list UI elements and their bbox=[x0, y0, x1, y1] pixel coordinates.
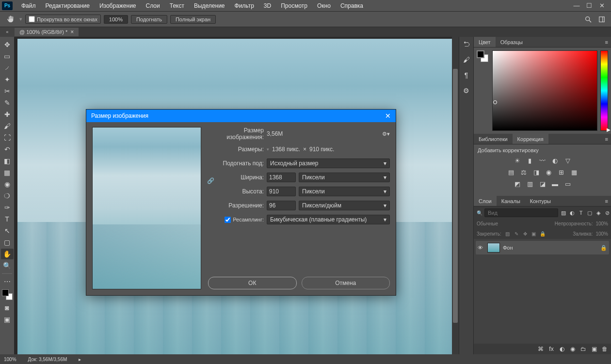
height-unit-select[interactable]: Пиксели▾ bbox=[299, 187, 390, 196]
stamp-tool-icon[interactable]: ⛶ bbox=[1, 132, 14, 143]
selective-color-icon[interactable]: ▭ bbox=[563, 179, 572, 188]
corrections-panel-menu-icon[interactable]: ≡ bbox=[602, 136, 611, 142]
link-layers-icon[interactable]: ⌘ bbox=[537, 346, 544, 352]
layer-fx-icon[interactable]: fx bbox=[548, 346, 555, 352]
lock-pixels-icon[interactable]: ✎ bbox=[513, 230, 520, 237]
tab-channels[interactable]: Каналы bbox=[497, 196, 525, 206]
blur-tool-icon[interactable]: ◉ bbox=[1, 179, 14, 190]
resample-method-select[interactable]: Бикубическая (плавные градиенты)▾ bbox=[267, 215, 390, 224]
bw-icon[interactable]: ◨ bbox=[532, 168, 541, 176]
height-input[interactable] bbox=[267, 187, 296, 196]
magic-wand-tool-icon[interactable]: ✦ bbox=[1, 74, 14, 85]
lookup-icon[interactable]: ▦ bbox=[570, 168, 579, 176]
filter-shape-icon[interactable]: ▢ bbox=[586, 209, 593, 216]
filter-pixel-icon[interactable]: ▨ bbox=[560, 209, 567, 216]
window-close-icon[interactable]: ✕ bbox=[598, 2, 605, 9]
menu-help[interactable]: Справка bbox=[336, 2, 368, 9]
resample-checkbox[interactable]: Ресамплинг: bbox=[208, 217, 264, 223]
threshold-icon[interactable]: ◪ bbox=[538, 179, 547, 188]
dimensions-dropdown-icon[interactable]: ▾ bbox=[267, 147, 269, 152]
history-panel-icon[interactable]: ⮌ bbox=[461, 39, 472, 49]
paragraph-panel-icon[interactable]: ¶ bbox=[461, 70, 472, 80]
eyedropper-tool-icon[interactable]: ✎ bbox=[1, 97, 14, 108]
fullscreen-button[interactable]: Полный экран bbox=[170, 15, 216, 24]
history-brush-tool-icon[interactable]: ↶ bbox=[1, 144, 14, 155]
tab-layers[interactable]: Слои bbox=[474, 196, 497, 206]
lock-position-icon[interactable]: ✥ bbox=[522, 230, 529, 237]
menu-view[interactable]: Просмотр bbox=[276, 2, 312, 9]
menu-layers[interactable]: Слои bbox=[141, 2, 165, 9]
fit-button[interactable]: Подогнать bbox=[131, 15, 167, 24]
document-tab[interactable]: @ 100% (RGB/8#) * × bbox=[15, 28, 79, 36]
dialog-gear-icon[interactable]: ⚙▾ bbox=[382, 131, 390, 137]
status-doc-size[interactable]: Док: 3,56M/3,56M bbox=[28, 357, 67, 362]
eraser-tool-icon[interactable]: ◧ bbox=[1, 156, 14, 166]
search-icon[interactable] bbox=[584, 15, 593, 24]
menu-select[interactable]: Выделение bbox=[189, 2, 230, 9]
group-layers-icon[interactable]: 🗀 bbox=[580, 346, 587, 352]
layer-mask-icon[interactable]: ◐ bbox=[559, 346, 565, 352]
properties-panel-icon[interactable]: ⚙ bbox=[461, 85, 472, 96]
tab-corrections[interactable]: Коррекция bbox=[513, 134, 548, 144]
tab-libraries[interactable]: Библиотеки bbox=[474, 134, 513, 144]
adjustment-layer-icon[interactable]: ◉ bbox=[569, 346, 576, 352]
zoom-tool-icon[interactable]: 🔍 bbox=[1, 260, 14, 271]
scroll-all-checkbox[interactable]: Прокрутка во всех окнах bbox=[25, 15, 101, 24]
edit-toolbar-icon[interactable]: ⋯ bbox=[1, 276, 14, 287]
window-minimize-icon[interactable]: — bbox=[573, 2, 580, 9]
photo-filter-icon[interactable]: ◉ bbox=[545, 168, 553, 176]
hue-icon[interactable]: ▤ bbox=[507, 168, 515, 176]
exposure-icon[interactable]: ◐ bbox=[551, 156, 560, 165]
curves-icon[interactable]: 〰 bbox=[538, 156, 547, 165]
hand-tool-icon[interactable] bbox=[5, 14, 16, 25]
status-zoom[interactable]: 100% bbox=[4, 357, 16, 362]
tab-color[interactable]: Цвет bbox=[474, 37, 496, 47]
workspace-icon[interactable] bbox=[597, 15, 606, 24]
ok-button[interactable]: ОК bbox=[208, 277, 297, 289]
levels-icon[interactable]: ▮ bbox=[526, 156, 534, 165]
marquee-tool-icon[interactable]: ▭ bbox=[1, 51, 14, 62]
pen-tool-icon[interactable]: ✑ bbox=[1, 202, 14, 213]
menu-edit[interactable]: Редактирование bbox=[41, 2, 95, 9]
invert-icon[interactable]: ◩ bbox=[513, 179, 522, 188]
dialog-close-icon[interactable]: ✕ bbox=[385, 112, 391, 120]
posterize-icon[interactable]: ▥ bbox=[526, 179, 534, 188]
dialog-preview[interactable] bbox=[92, 127, 201, 289]
brightness-icon[interactable]: ☀ bbox=[513, 156, 522, 165]
menu-image[interactable]: Изображение bbox=[95, 2, 141, 9]
move-tool-icon[interactable]: ✥ bbox=[1, 39, 14, 50]
color-balance-icon[interactable]: ⚖ bbox=[519, 168, 528, 176]
cancel-button[interactable]: Отмена bbox=[302, 277, 390, 289]
healing-tool-icon[interactable]: ✚ bbox=[1, 109, 14, 120]
layer-visibility-icon[interactable]: 👁 bbox=[478, 245, 484, 251]
layer-filter-input[interactable] bbox=[484, 208, 558, 217]
color-picker-field[interactable] bbox=[492, 50, 597, 131]
blend-mode-select[interactable]: Обычные bbox=[477, 221, 498, 226]
quickmask-tool-icon[interactable]: ◙ bbox=[1, 302, 14, 313]
lock-artboard-icon[interactable]: ▣ bbox=[531, 230, 537, 237]
lasso-tool-icon[interactable]: ⟋ bbox=[1, 63, 14, 73]
delete-layer-icon[interactable]: 🗑 bbox=[601, 346, 608, 352]
status-arrow-icon[interactable]: ▸ bbox=[79, 357, 81, 362]
layers-panel-menu-icon[interactable]: ≡ bbox=[602, 198, 611, 204]
tab-bar-handle[interactable]: « bbox=[0, 27, 15, 37]
dialog-titlebar[interactable]: Размер изображения ✕ bbox=[86, 110, 396, 122]
filter-toggle-icon[interactable]: ⊘ bbox=[604, 209, 611, 216]
lock-transparent-icon[interactable]: ▨ bbox=[504, 230, 511, 237]
menu-filter[interactable]: Фильтр bbox=[230, 2, 259, 9]
vertical-scrollbar[interactable] bbox=[452, 37, 459, 354]
brushes-panel-icon[interactable]: 🖌 bbox=[461, 54, 472, 65]
layer-row[interactable]: 👁 Фон 🔒 bbox=[476, 241, 609, 254]
width-unit-select[interactable]: Пиксели▾ bbox=[299, 173, 390, 182]
resolution-unit-select[interactable]: Пиксели/дюйм▾ bbox=[299, 201, 390, 210]
menu-text[interactable]: Текст bbox=[165, 2, 189, 9]
resolution-input[interactable] bbox=[267, 201, 296, 210]
color-swatches[interactable] bbox=[2, 289, 13, 300]
filter-icon[interactable]: 🔍 bbox=[477, 210, 482, 216]
gradient-map-icon[interactable]: ▬ bbox=[551, 179, 560, 188]
document-tab-close-icon[interactable]: × bbox=[70, 29, 74, 35]
menu-window[interactable]: Окно bbox=[312, 2, 336, 9]
color-panel-menu-icon[interactable]: ≡ bbox=[602, 39, 611, 45]
menu-3d[interactable]: 3D bbox=[259, 2, 276, 9]
opacity-value[interactable]: 100% bbox=[595, 221, 608, 226]
